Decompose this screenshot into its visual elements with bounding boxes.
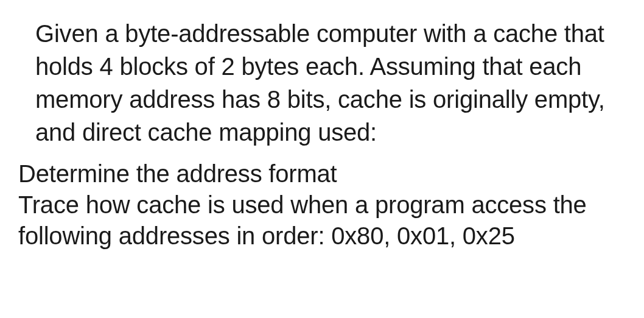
question-paragraph-setup: Given a byte-addressable computer with a… bbox=[18, 17, 626, 149]
question-paragraph-tasks: Determine the address formatTrace how ca… bbox=[18, 158, 626, 252]
